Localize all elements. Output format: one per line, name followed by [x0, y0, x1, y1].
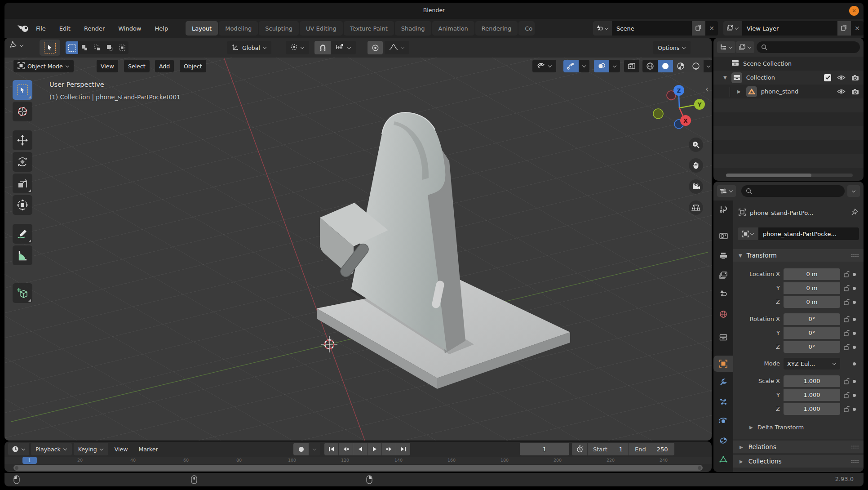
tab-world[interactable] [713, 306, 733, 322]
outliner-row-collection[interactable]: ▼ Collection [713, 71, 864, 85]
proportional-editing-toggle[interactable] [368, 41, 383, 54]
play-reverse-button[interactable] [353, 443, 367, 455]
region-collapse-arrow[interactable]: ‹ [705, 85, 709, 94]
timeline-menu-marker[interactable]: Marker [134, 443, 162, 455]
transform-panel-header[interactable]: ▼ Transform [733, 249, 864, 262]
gizmos-toggle[interactable] [563, 60, 579, 72]
location-x-field[interactable]: 0 m [784, 268, 840, 280]
tab-compositing-truncated[interactable]: Co [518, 21, 535, 36]
rotation-x-field[interactable]: 0° [784, 313, 840, 325]
outliner-item-label[interactable]: Scene Collection [743, 60, 792, 67]
pin-icon[interactable] [851, 209, 858, 217]
breadcrumb-object-name[interactable]: phone_stand-PartPo... [750, 209, 851, 216]
tab-physics[interactable] [713, 413, 733, 429]
tab-object-data[interactable] [713, 451, 733, 468]
outliner-item-label[interactable]: phone_stand [761, 88, 799, 95]
overlays-toggle[interactable] [594, 60, 609, 72]
animate-dot[interactable] [853, 273, 856, 276]
menu-render[interactable]: Render [80, 23, 108, 34]
tab-constraints[interactable] [713, 432, 733, 449]
hide-eye-icon[interactable] [837, 75, 846, 80]
outliner-row-scene-collection[interactable]: Scene Collection [713, 57, 864, 71]
menu-window[interactable]: Window [115, 23, 145, 34]
tab-rendering[interactable]: Rendering [475, 21, 518, 36]
select-mode-intersect-button[interactable] [116, 41, 128, 54]
outliner-item-label[interactable]: Collection [746, 74, 775, 81]
scene-new-button[interactable] [692, 21, 705, 36]
lock-icon[interactable] [843, 298, 850, 307]
animate-dot[interactable] [853, 318, 856, 321]
visibility-dropdown[interactable] [532, 60, 556, 72]
tab-view-layer[interactable] [713, 267, 733, 283]
timeline-menu-playback[interactable]: Playback [31, 443, 72, 455]
pivot-point-dropdown[interactable] [286, 41, 309, 54]
animate-dot[interactable] [853, 332, 856, 335]
proportional-falloff-dropdown[interactable] [385, 41, 409, 54]
lock-icon[interactable] [843, 378, 850, 386]
tool-move[interactable] [13, 130, 32, 150]
scene-selector[interactable]: Scene ✕ [593, 21, 718, 36]
playhead[interactable]: 1 [22, 457, 37, 464]
viewport-menu-view[interactable]: View [97, 60, 118, 72]
select-mode-set-button[interactable] [66, 41, 78, 54]
tool-annotate[interactable] [13, 224, 32, 244]
object-name-field[interactable]: phone_stand-PartPocke... [758, 227, 859, 240]
overlays-dropdown[interactable] [609, 60, 620, 72]
view-layer-selector[interactable]: View Layer ✕ [723, 21, 864, 36]
properties-editor-type-button[interactable] [717, 185, 736, 197]
animate-dot[interactable] [853, 287, 856, 290]
scale-y-field[interactable]: 1.000 [784, 389, 840, 401]
menu-file[interactable]: File [32, 23, 49, 34]
scene-name[interactable]: Scene [612, 25, 692, 32]
lock-icon[interactable] [843, 343, 850, 352]
prev-keyframe-button[interactable] [339, 443, 353, 455]
lock-icon[interactable] [843, 392, 850, 400]
mode-dropdown[interactable]: Object Mode [13, 60, 74, 72]
scale-x-field[interactable]: 1.000 [784, 375, 840, 387]
view-layer-browse-button[interactable] [723, 21, 742, 36]
tab-animation[interactable]: Animation [432, 21, 474, 36]
tool-select-box[interactable] [13, 80, 32, 100]
auto-keying-toggle[interactable] [293, 443, 309, 455]
jump-to-start-button[interactable] [324, 443, 338, 455]
gizmos-dropdown[interactable] [579, 60, 589, 72]
select-mode-invert-button[interactable] [103, 41, 116, 54]
view-layer-remove-button[interactable]: ✕ [851, 25, 864, 32]
timeline-ruler[interactable]: 20 40 60 80 100 120 140 160 180 200 220 … [4, 457, 712, 464]
location-z-field[interactable]: 0 m [784, 296, 840, 308]
rotation-z-field[interactable]: 0° [784, 341, 840, 353]
close-button[interactable]: ✕ [849, 6, 859, 16]
use-preview-range-toggle[interactable] [572, 443, 587, 455]
tab-shading[interactable]: Shading [395, 21, 431, 36]
disclosure-expanded-icon[interactable]: ▼ [723, 75, 727, 80]
shading-wireframe-button[interactable] [642, 60, 658, 72]
timeline-menu-keying[interactable]: Keying [74, 443, 108, 455]
lock-icon[interactable] [843, 271, 850, 279]
viewport-menu-select[interactable]: Select [124, 60, 150, 72]
start-frame-field[interactable]: Start 1 [588, 443, 628, 455]
animate-dot[interactable] [853, 301, 856, 304]
lock-icon[interactable] [843, 316, 850, 324]
timeline-editor-type-button[interactable] [8, 443, 29, 455]
view-layer-new-button[interactable] [837, 21, 851, 36]
select-mode-subtract-button[interactable] [91, 41, 103, 54]
tool-measure[interactable] [13, 245, 32, 265]
panel-drag-grip-icon[interactable] [851, 445, 859, 449]
shading-dropdown[interactable] [704, 60, 712, 72]
select-mode-extend-button[interactable] [78, 41, 91, 54]
tool-cursor[interactable] [13, 102, 32, 121]
next-keyframe-button[interactable] [382, 443, 396, 455]
disable-render-camera-icon[interactable] [851, 89, 859, 95]
toggle-perspective-button[interactable] [689, 200, 703, 215]
scene-browse-button[interactable] [593, 21, 612, 36]
animate-dot[interactable] [853, 380, 856, 383]
object-id-browse-button[interactable] [738, 227, 758, 240]
properties-search-input[interactable] [741, 185, 845, 197]
tab-layout[interactable]: Layout [186, 21, 218, 36]
tab-scene[interactable] [713, 285, 733, 301]
lock-icon[interactable] [843, 405, 850, 414]
relations-panel-header[interactable]: ▶ Relations [733, 441, 864, 453]
blender-logo-icon[interactable] [17, 24, 30, 34]
animate-dot[interactable] [853, 362, 856, 365]
tab-tool[interactable] [713, 201, 733, 218]
